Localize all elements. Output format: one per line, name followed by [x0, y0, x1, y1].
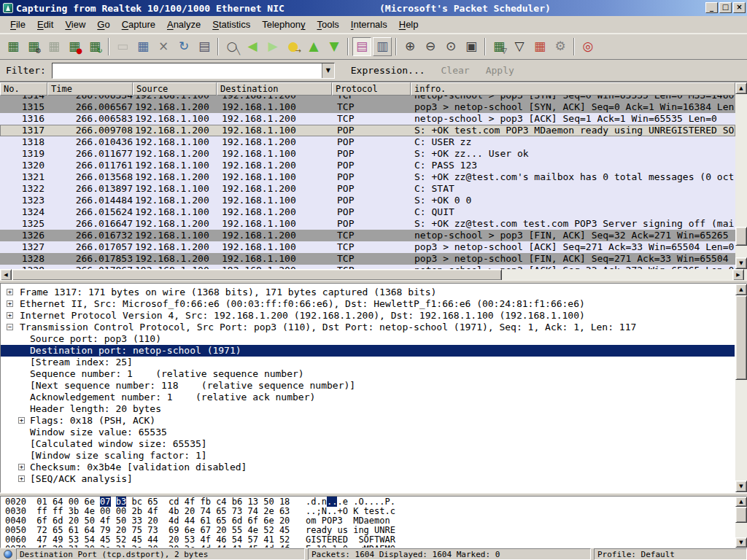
packet-row[interactable]: 1321266.013568192.168.1.200192.168.1.100…	[0, 171, 735, 183]
collapse-icon[interactable]: −	[7, 324, 13, 330]
detail-line[interactable]: [Window size scaling factor: 1]	[1, 450, 735, 462]
capture-options-button[interactable]: ▦⚙	[24, 37, 43, 56]
menu-tools[interactable]: Tools	[311, 18, 345, 31]
detail-line[interactable]: Destination port: netop-school (1971)	[1, 345, 735, 357]
expression-button[interactable]: Expression...	[351, 65, 425, 76]
capture-restart-button[interactable]: ▦↻	[85, 37, 104, 56]
auto-scroll-button[interactable]: ▥	[373, 37, 392, 56]
go-to-bottom-button[interactable]: ▼	[325, 37, 344, 56]
capture-filter-button[interactable]: ▦▽	[489, 37, 508, 56]
help-button[interactable]: ◎	[578, 37, 597, 56]
packet-row[interactable]: 1323266.014484192.168.1.200192.168.1.100…	[0, 195, 735, 206]
packet-row[interactable]: 1315266.006567192.168.1.200192.168.1.100…	[0, 101, 735, 113]
packet-row[interactable]: 1328266.017853192.168.1.200192.168.1.100…	[0, 253, 735, 265]
detail-line[interactable]: Header length: 20 bytes	[1, 403, 735, 415]
detail-line[interactable]: [Calculated window size: 65535]	[1, 438, 735, 450]
expand-icon[interactable]: +	[7, 300, 13, 307]
menu-help[interactable]: Help	[393, 18, 425, 31]
packet-list-vscrollbar[interactable]: ▲ ▼	[735, 82, 747, 269]
colorize-button[interactable]: ▤	[352, 37, 371, 56]
expand-icon[interactable]: +	[18, 464, 25, 470]
zoom-in-button[interactable]: ⊕	[400, 37, 419, 56]
maximize-button[interactable]: □	[719, 2, 732, 13]
menu-go[interactable]: Go	[91, 18, 115, 31]
detail-line[interactable]: Sequence number: 1 (relative sequence nu…	[1, 368, 735, 380]
hex-vscrollbar[interactable]: ▲ ▼	[735, 497, 747, 548]
display-filter-button[interactable]: ▽	[510, 37, 529, 56]
scroll-right-icon[interactable]: ▶	[732, 269, 744, 281]
packet-row[interactable]: 1326266.016732192.168.1.100192.168.1.200…	[0, 230, 735, 241]
packet-row[interactable]: 1319266.011677192.168.1.200192.168.1.100…	[0, 148, 735, 160]
detail-line[interactable]: Window size value: 65535	[1, 427, 735, 438]
status-profile[interactable]: Profile: Default	[594, 548, 747, 560]
go-back-button[interactable]: ◀	[243, 37, 262, 56]
packet-row[interactable]: 1324266.015624192.168.1.100192.168.1.200…	[0, 206, 735, 218]
menu-capture[interactable]: Capture	[116, 18, 161, 31]
expand-icon[interactable]: +	[7, 289, 13, 295]
go-to-top-button[interactable]: ▲	[304, 37, 323, 56]
packet-list-vscroll-thumb[interactable]	[735, 227, 747, 246]
column-header-protocol[interactable]: Protocol	[332, 82, 411, 96]
column-header-no[interactable]: No.	[0, 82, 47, 96]
expand-icon[interactable]: +	[18, 475, 25, 482]
details-vscrollbar[interactable]: ▲ ▼	[735, 284, 747, 492]
scroll-up-icon[interactable]: ▲	[735, 82, 747, 94]
apply-button[interactable]: Apply	[486, 65, 514, 76]
menu-analyze[interactable]: Analyze	[161, 18, 206, 31]
reload-button[interactable]: ↻	[174, 37, 193, 56]
close-button[interactable]: ×	[733, 2, 746, 13]
preferences-button[interactable]: ⚙	[551, 37, 570, 56]
detail-line[interactable]: +Ethernet II, Src: Microsof_f0:66:e6 (00…	[1, 298, 735, 310]
detail-line[interactable]: [Stream index: 25]	[1, 357, 735, 368]
minimize-button[interactable]: _	[705, 2, 718, 13]
expand-icon[interactable]: +	[7, 312, 13, 319]
column-header-time[interactable]: Time	[47, 82, 133, 96]
detail-line[interactable]: +[SEQ/ACK analysis]	[1, 473, 735, 485]
filter-dropdown-icon[interactable]: ▼	[322, 63, 334, 78]
capture-start-button[interactable]: ▦	[44, 37, 63, 56]
expand-icon[interactable]: +	[18, 417, 25, 424]
filter-input[interactable]	[53, 63, 322, 78]
capture-interfaces-button[interactable]: ▦	[4, 37, 23, 56]
file-open-button[interactable]: ▭	[113, 37, 132, 56]
packet-row[interactable]: 1320266.011761192.168.1.100192.168.1.200…	[0, 160, 735, 171]
detail-line[interactable]: +Flags: 0x18 (PSH, ACK)	[1, 415, 735, 427]
menu-telephony[interactable]: Telephony	[256, 18, 311, 31]
scroll-up-icon[interactable]: ▲	[735, 284, 747, 295]
coloring-rules-button[interactable]: ▦	[530, 37, 549, 56]
packet-list-hscrollbar[interactable]: ◀ ▶	[0, 269, 747, 281]
capture-stop-button[interactable]: ▦●	[65, 37, 84, 56]
file-save-as-button[interactable]: ▦	[133, 37, 152, 56]
zoom-out-button[interactable]: ⊖	[421, 37, 440, 56]
menu-internals[interactable]: Internals	[345, 18, 393, 31]
scroll-down-icon[interactable]: ▼	[735, 257, 747, 269]
column-header-infro[interactable]: infro.	[411, 82, 735, 96]
packet-row[interactable]: 1314266.006334192.168.1.100192.168.1.200…	[0, 96, 735, 101]
packet-row[interactable]: 1322266.013897192.168.1.100192.168.1.200…	[0, 183, 735, 195]
scroll-left-icon[interactable]: ◀	[0, 269, 12, 281]
menu-file[interactable]: File	[4, 18, 31, 31]
file-close-button[interactable]: ×	[154, 37, 173, 56]
go-to-packet-button[interactable]: ●→	[284, 37, 303, 56]
detail-line[interactable]: +Checksum: 0x3b4e [validation disabled]	[1, 462, 735, 473]
detail-line[interactable]: [Next sequence number: 118 (relative seq…	[1, 380, 735, 392]
hex-vscroll-thumb[interactable]	[735, 507, 747, 523]
scroll-down-icon[interactable]: ▼	[735, 537, 747, 548]
packet-list-hscroll-thumb[interactable]	[12, 269, 502, 281]
clear-button[interactable]: Clear	[441, 65, 470, 76]
detail-line[interactable]: Acknowledgement number: 1 (relative ack …	[1, 392, 735, 403]
expert-info-icon[interactable]	[4, 550, 12, 559]
find-packet-button[interactable]: ○╲	[222, 37, 241, 56]
detail-line[interactable]: +Internet Protocol Version 4, Src: 192.1…	[1, 310, 735, 322]
details-vscroll-thumb[interactable]	[735, 295, 747, 380]
column-header-source[interactable]: Source	[133, 82, 217, 96]
hex-row[interactable]: 0070 45 20 31 30 2e 31 2e 30 20 3c 4d 44…	[5, 545, 735, 548]
detail-line[interactable]: +Frame 1317: 171 bytes on wire (1368 bit…	[1, 287, 735, 298]
zoom-1-1-button[interactable]: ⊙	[441, 37, 460, 56]
print-button[interactable]: ▤	[195, 37, 214, 56]
scroll-down-icon[interactable]: ▼	[735, 481, 747, 492]
packet-row[interactable]: 1317266.009708192.168.1.200192.168.1.100…	[0, 125, 735, 136]
column-header-destination[interactable]: Destination	[217, 82, 332, 96]
packet-row[interactable]: 1325266.016647192.168.1.200192.168.1.100…	[0, 218, 735, 230]
scroll-up-icon[interactable]: ▲	[735, 497, 747, 507]
